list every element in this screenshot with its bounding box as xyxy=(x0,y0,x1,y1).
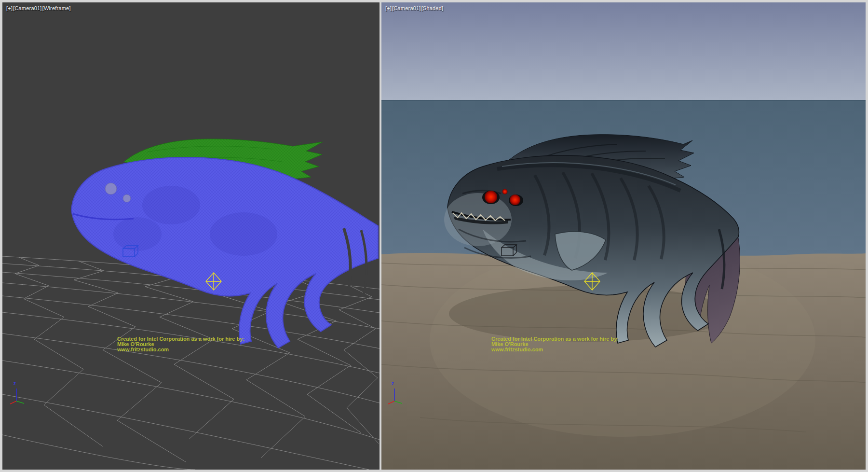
viewport-menu-camera[interactable]: [Camera01] xyxy=(13,5,41,11)
axis-tripod-icon xyxy=(386,382,406,406)
scene-watermark: Created for Intel Corporation as a work … xyxy=(117,336,244,352)
sky xyxy=(381,2,866,100)
fish-eye-small xyxy=(123,194,131,202)
viewport-menu-plus[interactable]: [+] xyxy=(6,5,13,11)
fish-model-wireframe[interactable] xyxy=(71,139,378,348)
viewport-shaded[interactable]: [+][Camera01][Shaded] xyxy=(381,2,866,470)
viewport-menu-shading[interactable]: [Wireframe] xyxy=(42,5,71,11)
main-window: [+][Camera01][Wireframe] xyxy=(0,0,868,472)
viewport-canvas-shaded[interactable] xyxy=(381,2,866,470)
watermark-line3: www.fritzstudio.com xyxy=(117,347,244,352)
world-axis-tripod: z xyxy=(386,382,406,406)
axis-z-label: z xyxy=(392,381,394,386)
viewport-canvas-wireframe[interactable] xyxy=(2,2,380,470)
viewport-label-wireframe: [+][Camera01][Wireframe] xyxy=(6,5,71,11)
fish-eye xyxy=(105,183,117,194)
watermark-line3: www.fritzstudio.com xyxy=(491,347,619,352)
world-axis-tripod: z xyxy=(8,382,27,406)
axis-z-label: z xyxy=(14,381,16,386)
scene-watermark: Created for Intel Corporation as a work … xyxy=(491,336,619,352)
viewport-menu-plus[interactable]: [+] xyxy=(385,5,392,11)
viewport-menu-camera[interactable]: [Camera01] xyxy=(392,5,420,11)
viewport-menu-shading[interactable]: [Shaded] xyxy=(421,5,444,11)
axis-tripod-icon xyxy=(8,382,27,406)
viewport-wireframe[interactable]: [+][Camera01][Wireframe] xyxy=(2,2,380,470)
viewport-label-shaded: [+][Camera01][Shaded] xyxy=(385,5,444,11)
viewport-splitter[interactable] xyxy=(380,0,381,472)
